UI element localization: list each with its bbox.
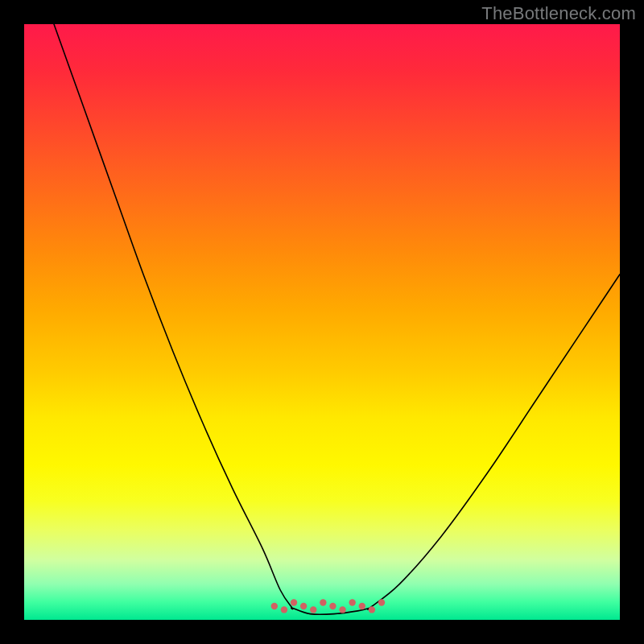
svg-point-7 — [339, 606, 345, 613]
svg-point-4 — [310, 606, 316, 613]
valley-markers — [24, 24, 620, 620]
watermark-text: TheBottleneck.com — [481, 3, 636, 24]
svg-point-0 — [271, 603, 278, 609]
svg-point-2 — [291, 599, 297, 605]
svg-point-3 — [300, 603, 307, 609]
svg-point-11 — [378, 599, 385, 605]
svg-point-8 — [349, 599, 355, 605]
plot-area — [24, 24, 620, 620]
svg-point-6 — [329, 603, 336, 609]
svg-point-10 — [369, 606, 375, 613]
svg-point-9 — [359, 603, 365, 609]
svg-point-5 — [320, 599, 326, 605]
svg-point-1 — [281, 606, 287, 613]
bottleneck-curve — [24, 24, 620, 620]
chart-frame: TheBottleneck.com — [0, 0, 644, 644]
